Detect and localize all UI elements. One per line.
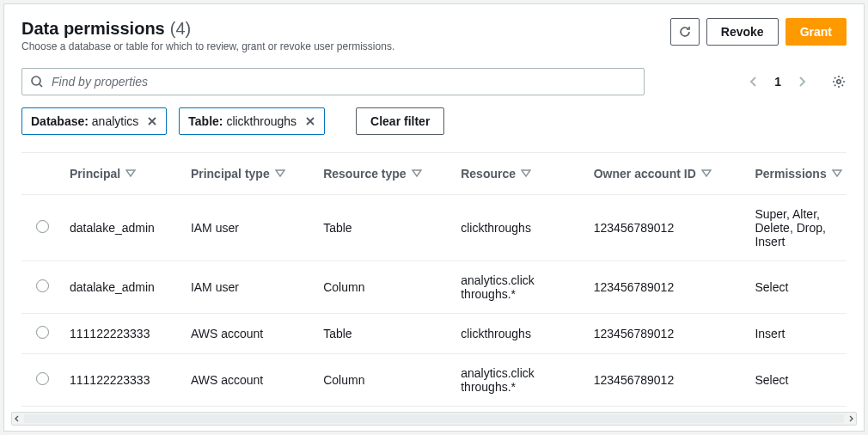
cell-permissions: Select <box>748 354 847 407</box>
cell-principal-type: AWS account <box>184 314 316 354</box>
filter-bar: Database: analytics Table: clickthroughs… <box>21 107 847 135</box>
cell-resource: analytics.clickthroughs.* <box>454 354 587 407</box>
table-row: datalake_adminIAM userColumnanalytics.cl… <box>21 261 847 314</box>
cell-permissions: Select <box>748 261 847 314</box>
cell-principal: 111122223333 <box>63 314 184 354</box>
filter-chip-database[interactable]: Database: analytics <box>21 107 167 135</box>
filter-dropdown-icon[interactable] <box>832 169 842 178</box>
prev-page-icon[interactable] <box>749 76 759 88</box>
item-count: (4) <box>170 18 191 39</box>
filter-dropdown-icon[interactable] <box>521 169 531 178</box>
cell-resource-type: Column <box>316 354 454 407</box>
cell-resource: analytics.clickthroughs.* <box>454 261 587 314</box>
cell-resource: clickthroughs <box>454 314 587 354</box>
column-header[interactable]: Principal type <box>184 153 316 195</box>
chip-key: Database: <box>31 114 89 128</box>
column-select <box>21 153 63 195</box>
table-row: 111122223333AWS accountColumnanalytics.c… <box>21 354 847 407</box>
row-select-radio[interactable] <box>36 220 49 233</box>
settings-button[interactable] <box>831 74 847 89</box>
column-header[interactable]: Permissions <box>748 153 847 195</box>
header: Data permissions (4) Choose a database o… <box>21 18 847 52</box>
cell-principal-type: IAM user <box>184 261 316 314</box>
column-header[interactable]: Resource type <box>316 153 454 195</box>
cell-permissions: Insert <box>748 314 847 354</box>
row-select-radio[interactable] <box>36 326 49 339</box>
row-select-radio[interactable] <box>36 372 49 385</box>
revoke-button[interactable]: Revoke <box>706 18 779 46</box>
scrollbar-track[interactable] <box>24 414 844 423</box>
grant-button[interactable]: Grant <box>785 18 847 46</box>
table-row: datalake_adminIAM userTableclickthroughs… <box>21 195 847 261</box>
chip-key: Table: <box>188 114 223 128</box>
filter-dropdown-icon[interactable] <box>275 169 285 178</box>
cell-owner: 123456789012 <box>587 195 749 261</box>
table-row: 111122223333AWS accountTableclickthrough… <box>21 314 847 354</box>
cell-resource: clickthroughs <box>454 195 587 261</box>
cell-principal: datalake_admin <box>63 261 184 314</box>
chip-value: clickthroughs <box>226 114 296 128</box>
permissions-table: Principal Principal type Resource type R… <box>21 153 847 407</box>
cell-principal: datalake_admin <box>63 195 184 261</box>
cell-resource-type: Table <box>316 195 454 261</box>
svg-point-1 <box>837 80 840 83</box>
search-field <box>21 68 645 95</box>
cell-principal: 111122223333 <box>63 354 184 407</box>
cell-principal-type: IAM user <box>184 195 316 261</box>
cell-permissions: Super, Alter, Delete, Drop, Insert <box>748 195 847 261</box>
horizontal-scrollbar[interactable] <box>11 412 857 426</box>
next-page-icon[interactable] <box>797 76 807 88</box>
search-input[interactable] <box>21 68 645 95</box>
svg-point-0 <box>32 77 40 85</box>
scroll-right-icon[interactable] <box>847 415 854 422</box>
refresh-icon <box>678 25 692 39</box>
close-icon[interactable] <box>305 116 315 126</box>
row-select-radio[interactable] <box>36 279 49 292</box>
close-icon[interactable] <box>147 116 157 126</box>
table-scroll[interactable]: Principal Principal type Resource type R… <box>21 152 847 407</box>
cell-resource-type: Column <box>316 261 454 314</box>
pagination: 1 <box>749 74 847 89</box>
page-number: 1 <box>774 75 781 89</box>
filter-dropdown-icon[interactable] <box>412 169 422 178</box>
filter-dropdown-icon[interactable] <box>125 169 136 178</box>
cell-owner: 123456789012 <box>587 354 749 407</box>
cell-owner: 123456789012 <box>587 314 749 354</box>
refresh-button[interactable] <box>670 18 700 46</box>
filter-chip-table[interactable]: Table: clickthroughs <box>179 107 325 135</box>
cell-owner: 123456789012 <box>587 261 749 314</box>
column-header[interactable]: Principal <box>63 153 184 195</box>
clear-filter-button[interactable]: Clear filter <box>356 107 444 135</box>
scroll-left-icon[interactable] <box>14 415 21 422</box>
cell-principal-type: AWS account <box>184 354 316 407</box>
filter-dropdown-icon[interactable] <box>701 169 712 178</box>
panel: Data permissions (4) Choose a database o… <box>3 3 865 432</box>
page-title: Data permissions (4) <box>21 18 191 39</box>
search-icon <box>30 75 44 89</box>
page-subtitle: Choose a database or table for which to … <box>21 40 394 52</box>
title-text: Data permissions <box>21 18 165 39</box>
column-header[interactable]: Resource <box>454 153 587 195</box>
cell-resource-type: Table <box>316 314 454 354</box>
column-header[interactable]: Owner account ID <box>587 153 749 195</box>
chip-value: analytics <box>92 114 138 128</box>
